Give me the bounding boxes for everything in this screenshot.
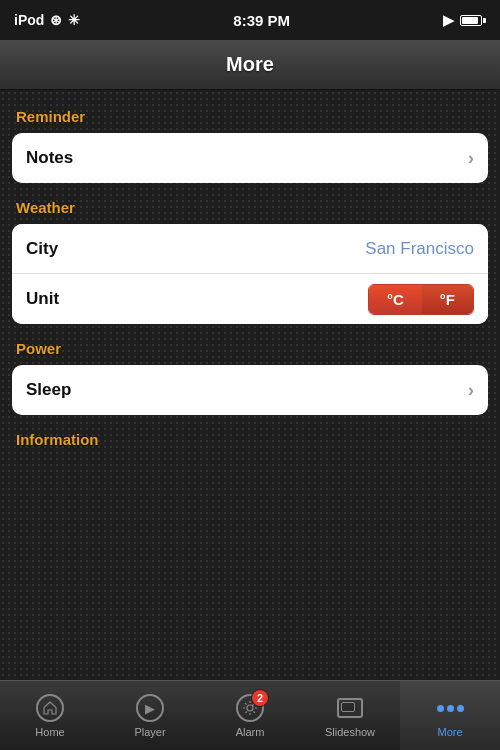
list-item-city[interactable]: City San Francisco [12,224,488,274]
sleep-label: Sleep [26,380,71,400]
alarm-icon: 2 [235,693,265,723]
alarm-badge: 2 [251,689,269,707]
main-content: Reminder Notes › Weather City San Franci… [0,90,500,680]
tab-more-label: More [437,726,462,738]
slideshow-icon [335,693,365,723]
page-title: More [226,53,274,76]
play-icon: ▶ [443,12,454,28]
city-label: City [26,239,58,259]
tab-more[interactable]: More [400,681,500,750]
celsius-button[interactable]: °C [369,285,422,314]
tab-player-label: Player [134,726,165,738]
tab-home-label: Home [35,726,64,738]
section-label-weather: Weather [12,199,488,216]
player-icon: ▶ [135,693,165,723]
status-time: 8:39 PM [233,12,290,29]
section-label-reminder: Reminder [12,108,488,125]
tab-alarm[interactable]: 2 Alarm [200,681,300,750]
tab-bar: Home ▶ Player 2 Alarm [0,680,500,750]
list-item-unit: Unit °C °F [12,274,488,324]
section-label-power: Power [12,340,488,357]
svg-point-0 [247,705,253,711]
loading-icon: ✳ [68,12,80,28]
battery-indicator [460,15,486,26]
wifi-icon: ⊛ [50,12,62,28]
notes-chevron: › [468,148,474,169]
city-value: San Francisco [365,239,474,259]
status-right: ▶ [443,12,486,28]
fahrenheit-button[interactable]: °F [422,285,473,314]
status-bar: iPod ⊛ ✳ 8:39 PM ▶ [0,0,500,40]
tab-slideshow[interactable]: Slideshow [300,681,400,750]
tab-alarm-label: Alarm [236,726,265,738]
tab-player[interactable]: ▶ Player [100,681,200,750]
tab-slideshow-label: Slideshow [325,726,375,738]
weather-group: City San Francisco Unit °C °F [12,224,488,324]
section-label-information: Information [12,431,488,448]
device-label: iPod [14,12,44,28]
tab-home[interactable]: Home [0,681,100,750]
status-left: iPod ⊛ ✳ [14,12,80,28]
home-icon [35,693,65,723]
temp-toggle[interactable]: °C °F [368,284,474,315]
notes-label: Notes [26,148,73,168]
unit-label: Unit [26,289,59,309]
power-group: Sleep › [12,365,488,415]
sleep-chevron: › [468,380,474,401]
reminder-group: Notes › [12,133,488,183]
list-item-notes[interactable]: Notes › [12,133,488,183]
title-bar: More [0,40,500,90]
list-item-sleep[interactable]: Sleep › [12,365,488,415]
more-icon [435,693,465,723]
